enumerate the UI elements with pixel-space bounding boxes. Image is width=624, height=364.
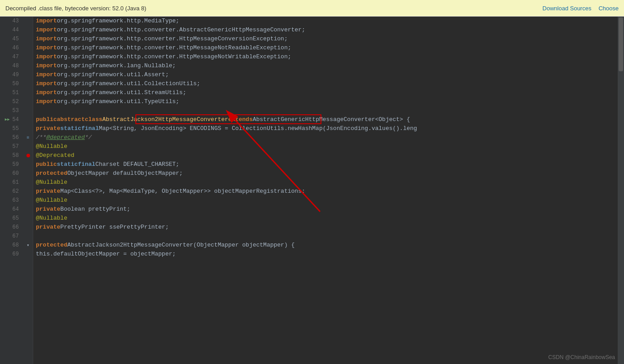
gutter-cell: [23, 61, 33, 70]
code-line: protected AbstractJackson2HttpMessageCon…: [36, 241, 618, 250]
gutter-cell: [23, 169, 33, 178]
code-line: import org.springframework.http.converte…: [36, 26, 618, 35]
code-line: import org.springframework.http.converte…: [36, 43, 618, 52]
line-number: 68: [4, 241, 19, 250]
gutter-cell: [23, 79, 33, 88]
gutter-cell: [23, 52, 33, 61]
code-line: @Deprecated: [36, 151, 618, 160]
code-line: private Boolean prettyPrint;: [36, 205, 618, 214]
line-number: 59: [4, 160, 19, 169]
line-number: 43: [4, 17, 19, 26]
decompile-banner: Decompiled .class file, bytecode version…: [0, 0, 624, 17]
gutter: ≡▾: [23, 17, 33, 364]
gutter-cell: [23, 187, 33, 196]
line-number: 56: [4, 133, 19, 142]
download-sources-link[interactable]: Download Sources: [542, 5, 591, 12]
line-number: 52: [4, 97, 19, 106]
gutter-cell: [23, 43, 33, 52]
line-number: 50: [4, 79, 19, 88]
code-line: [36, 232, 618, 241]
line-number: 67: [4, 232, 19, 241]
line-number: 44: [4, 26, 19, 35]
gutter-cell: [23, 17, 33, 26]
line-number: 49: [4, 70, 19, 79]
line-number: 61: [4, 178, 19, 187]
code-line: private PrettyPrinter ssePrettyPrinter;: [36, 223, 618, 232]
code-line: import org.springframework.http.MediaTyp…: [36, 17, 618, 26]
scrollbar-thumb[interactable]: [619, 17, 623, 71]
gutter-cell: [23, 142, 33, 151]
code-line: @Nullable: [36, 178, 618, 187]
line-number: 51: [4, 88, 19, 97]
code-line: @Nullable: [36, 214, 618, 223]
code-line: @Nullable: [36, 196, 618, 205]
line-number: 57: [4, 142, 19, 151]
gutter-cell: [23, 115, 33, 124]
code-line: @Nullable: [36, 142, 618, 151]
line-number: 64: [4, 205, 19, 214]
code-line: private static final Map<String, JsonEnc…: [36, 124, 618, 133]
code-line: /** @deprecated */: [36, 133, 618, 142]
gutter-cell: [23, 97, 33, 106]
gutter-cell: [23, 106, 33, 115]
banner-message: Decompiled .class file, bytecode version…: [5, 5, 146, 12]
gutter-cell: [23, 214, 33, 223]
line-number: 60: [4, 169, 19, 178]
code-line: import org.springframework.util.StreamUt…: [36, 88, 618, 97]
line-number: 65: [4, 214, 19, 223]
line-number: 55: [4, 124, 19, 133]
gutter-cell: [23, 35, 33, 43]
gutter-cell: [23, 88, 33, 97]
line-number: 62: [4, 187, 19, 196]
gutter-cell: ≡: [23, 133, 33, 142]
gutter-cell: [23, 70, 33, 79]
code-line: protected ObjectMapper defaultObjectMapp…: [36, 169, 618, 178]
line-numbers: 4344454647484950515253▶▶5455565758596061…: [0, 17, 23, 364]
gutter-cell: [23, 178, 33, 187]
gutter-cell: [23, 124, 33, 133]
line-number: 69: [4, 250, 19, 259]
line-number: 53: [4, 106, 19, 115]
code-line: private Map<Class<?>, Map<MediaType, Obj…: [36, 187, 618, 196]
code-line: import org.springframework.lang.Nullable…: [36, 61, 618, 70]
gutter-cell: [23, 160, 33, 169]
code-area: 4344454647484950515253▶▶5455565758596061…: [0, 17, 624, 364]
gutter-cell: [23, 250, 33, 259]
gutter-cell: [23, 151, 33, 160]
gutter-cell: [23, 205, 33, 214]
gutter-cell: [23, 26, 33, 35]
choose-link[interactable]: Choose: [598, 5, 619, 12]
line-number: 63: [4, 196, 19, 205]
code-line: public static final Charset DEFAULT_CHAR…: [36, 160, 618, 169]
gutter-cell: ▾: [23, 241, 33, 250]
code-line: import org.springframework.http.converte…: [36, 35, 618, 43]
code-content[interactable]: import org.springframework.http.MediaTyp…: [33, 17, 618, 364]
code-line: import org.springframework.http.converte…: [36, 52, 618, 61]
line-number: 45: [4, 35, 19, 43]
code-line: import org.springframework.util.Collecti…: [36, 79, 618, 88]
line-number: 58: [4, 151, 19, 160]
code-line: import org.springframework.util.Assert;: [36, 70, 618, 79]
code-line: public abstract class AbstractJackson2Ht…: [36, 115, 618, 124]
code-line: import org.springframework.util.TypeUtil…: [36, 97, 618, 106]
line-number: 47: [4, 52, 19, 61]
gutter-cell: [23, 232, 33, 241]
line-number: ▶▶54: [4, 115, 19, 124]
code-line: [36, 106, 618, 115]
gutter-cell: [23, 223, 33, 232]
line-number: 48: [4, 61, 19, 70]
scrollbar[interactable]: [618, 17, 624, 364]
code-line: this.defaultObjectMapper = objectMapper;: [36, 250, 618, 259]
line-number: 46: [4, 43, 19, 52]
line-number: 66: [4, 223, 19, 232]
banner-actions: Download Sources Choose: [542, 5, 619, 12]
gutter-cell: [23, 196, 33, 205]
